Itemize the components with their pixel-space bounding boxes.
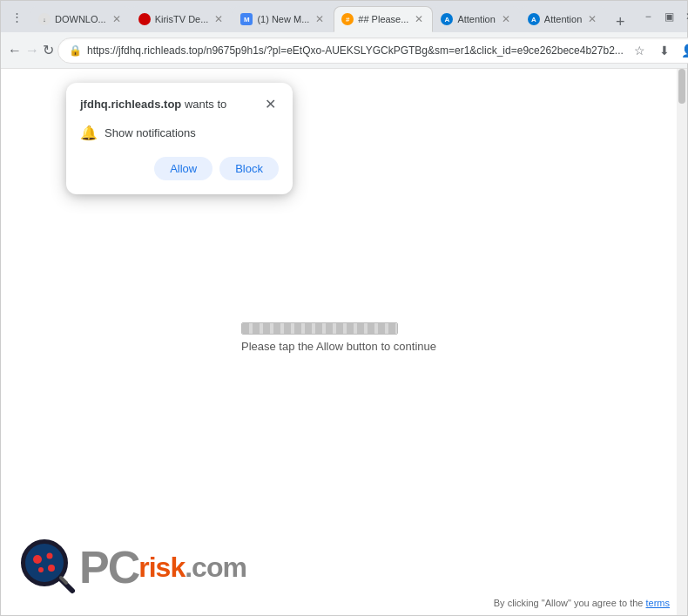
back-button[interactable]: ← [8,38,22,63]
favicon-attn1: A [441,13,453,25]
progress-text: Please tap the Allow button to continue [241,340,436,353]
window-controls: − ▣ ✕ [632,8,688,25]
tab-dl[interactable]: ↓ DOWNLO... ✕ [30,6,131,32]
popup-close-button[interactable]: ✕ [261,95,279,112]
svg-point-3 [47,553,53,559]
bottom-disclaimer: By clicking "Allow" you agree to the ter… [494,598,670,608]
popup-suffix: wants to [181,98,226,111]
tab-kiris-close[interactable]: ✕ [212,13,225,25]
tab-hash-close[interactable]: ✕ [413,13,425,25]
tab-hash-label: ## Please... [358,14,408,24]
tab-nav-icons: ⋮ [4,8,29,25]
block-button[interactable]: Block [219,157,279,180]
profile-button[interactable]: 👤 [678,39,688,62]
scrollbar[interactable] [677,69,687,615]
scrollbar-thumb[interactable] [678,69,685,104]
bell-icon: 🔔 [80,125,98,141]
logo-area: PC risk .com [18,537,246,598]
forward-button[interactable]: → [25,38,39,63]
page-content: jfdhq.richleads.top wants to ✕ 🔔 Show no… [1,69,687,615]
progress-container: Please tap the Allow button to continue [241,322,436,353]
tab-attn1-close[interactable]: ✕ [500,13,512,25]
logo-text: PC risk .com [79,545,246,590]
new-tab-button[interactable]: + [610,11,631,32]
logo-pc-text: PC [79,545,138,590]
tab-bar: ⋮ ↓ DOWNLO... ✕ KirisTV De... ✕ M (1) Ne… [1,1,687,32]
favicon-dl: ↓ [38,13,51,25]
lock-icon: 🔒 [69,44,82,57]
svg-point-5 [38,567,44,572]
popup-buttons: Allow Block [80,157,279,180]
favicon-attn2: A [528,13,540,25]
svg-point-4 [48,565,55,572]
url-text: https://jfdhq.richleads.top/n9675p9h1s/?… [87,44,624,57]
allow-button[interactable]: Allow [154,157,212,180]
url-actions: ☆ ⬇ 👤 ⋮ [629,39,688,62]
logo-dotcom-text: .com [185,553,246,581]
address-bar: ← → ↻ 🔒 https://jfdhq.richleads.top/n967… [1,32,687,69]
popup-header: jfdhq.richleads.top wants to ✕ [80,97,279,112]
tab-dl-label: DOWNLO... [55,14,106,24]
tab-new-close[interactable]: ✕ [314,13,326,25]
svg-point-1 [25,544,64,582]
tabs-container: ↓ DOWNLO... ✕ KirisTV De... ✕ M (1) New … [30,1,631,32]
tab-new-label: (1) New M... [257,14,309,24]
tab-kiris[interactable]: KirisTV De... ✕ [131,6,233,32]
logo-risk-text: risk [138,553,185,581]
terms-link[interactable]: terms [646,598,671,608]
browser-frame: ⋮ ↓ DOWNLO... ✕ KirisTV De... ✕ M (1) Ne… [0,0,688,616]
tab-kiris-label: KirisTV De... [155,14,209,24]
svg-point-2 [33,555,42,564]
bookmark-button[interactable]: ☆ [629,39,651,62]
tab-new[interactable]: M (1) New M... ✕ [233,6,334,32]
tab-attn2-label: Attention [544,14,582,24]
progress-fill [242,323,397,334]
tab-dl-close[interactable]: ✕ [111,13,123,25]
tab-attn1-label: Attention [457,14,495,24]
download-button[interactable]: ⬇ [653,39,676,62]
chrome-menu-icon[interactable]: ⋮ [8,8,25,25]
popup-domain: jfdhq.richleads.top [80,98,181,111]
tab-attn2[interactable]: A Attention ✕ [520,6,606,32]
favicon-kiris [138,13,151,25]
notification-label: Show notifications [105,126,196,139]
popup-notification-row: 🔔 Show notifications [80,121,279,145]
disclaimer-text: By clicking "Allow" you agree to the [494,598,644,608]
progress-bar [241,322,398,335]
restore-button[interactable]: ▣ [660,8,678,25]
tab-hash[interactable]: # ## Please... ✕ [334,6,433,32]
popup-title: jfdhq.richleads.top wants to [80,97,226,112]
close-button[interactable]: ✕ [681,8,688,25]
minimize-button[interactable]: − [639,8,657,25]
notification-popup: jfdhq.richleads.top wants to ✕ 🔔 Show no… [66,83,293,194]
logo-icon [18,537,79,598]
favicon-hash: # [341,13,354,25]
reload-button[interactable]: ↻ [43,38,54,63]
tab-attn1[interactable]: A Attention ✕ [433,6,519,32]
tab-attn2-close[interactable]: ✕ [586,13,598,25]
url-bar[interactable]: 🔒 https://jfdhq.richleads.top/n9675p9h1s… [57,37,688,64]
favicon-new: M [240,13,253,25]
